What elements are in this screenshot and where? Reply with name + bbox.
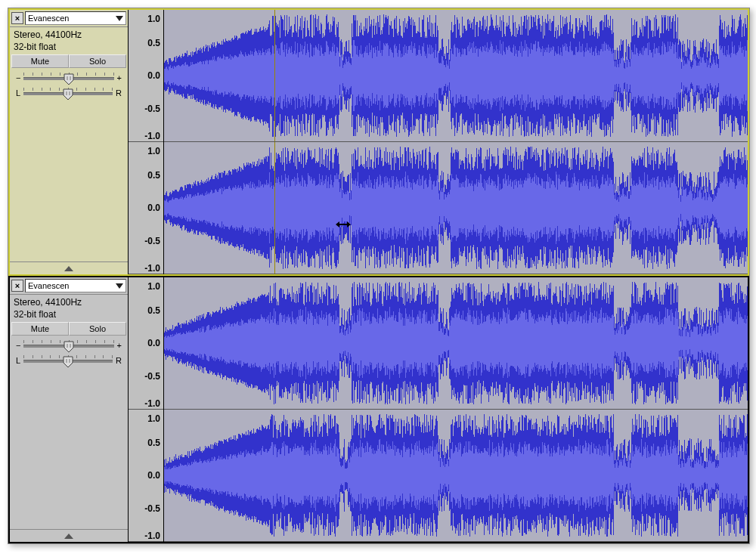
track-row: × Evanescen Stereo, 44100Hz 32-bit float… xyxy=(8,276,749,543)
mute-button[interactable]: Mute xyxy=(11,322,69,336)
waveform-channel[interactable] xyxy=(164,277,748,410)
ruler-label: 0.5 xyxy=(147,305,160,316)
ruler-label: 1.0 xyxy=(147,14,160,24)
track-header: × Evanescen xyxy=(10,277,128,295)
track-name-label: Evanescen xyxy=(28,14,69,23)
ruler-label: 0.0 xyxy=(147,470,160,481)
track-bitdepth-label: 32-bit float xyxy=(14,41,124,53)
ruler-channel: 1.00.50.0-0.5-1.0 xyxy=(129,142,163,274)
playback-cursor xyxy=(274,142,275,274)
ruler-label: 1.0 xyxy=(147,146,160,156)
ruler-label: -0.5 xyxy=(144,104,160,114)
pan-right-label: R xyxy=(116,88,122,97)
waveform-channel[interactable] xyxy=(164,10,748,142)
track-row: × Evanescen Stereo, 44100Hz 32-bit float… xyxy=(8,8,749,276)
track-info: Stereo, 44100Hz 32-bit float xyxy=(10,295,128,322)
gain-plus-label: + xyxy=(117,341,122,350)
gain-slider[interactable] xyxy=(23,73,113,83)
pan-slider-thumb[interactable] xyxy=(63,88,73,101)
ruler-label: -0.5 xyxy=(144,236,160,246)
gain-slider-thumb[interactable] xyxy=(64,73,74,85)
gain-plus-label: + xyxy=(117,73,122,82)
playback-cursor xyxy=(274,10,275,141)
track-format-label: Stereo, 44100Hz xyxy=(14,296,124,308)
solo-button[interactable]: Solo xyxy=(69,54,126,68)
ruler-label: -1.0 xyxy=(144,531,160,541)
gain-minus-label: − xyxy=(16,341,20,350)
close-track-button[interactable]: × xyxy=(11,12,23,24)
gain-minus-label: − xyxy=(16,73,20,82)
waveform-area[interactable] xyxy=(164,10,748,274)
solo-button[interactable]: Solo xyxy=(69,322,126,336)
mute-solo-row: Mute Solo xyxy=(10,54,128,68)
gain-slider-thumb[interactable] xyxy=(64,341,74,353)
pan-left-label: L xyxy=(16,88,20,97)
pan-left-label: L xyxy=(16,356,20,365)
track-list: × Evanescen Stereo, 44100Hz 32-bit float… xyxy=(8,8,750,544)
collapse-track-button[interactable] xyxy=(10,529,128,542)
ruler-label: 0.0 xyxy=(147,203,160,213)
ruler-channel: 1.00.50.0-0.5-1.0 xyxy=(129,277,163,410)
pan-slider[interactable] xyxy=(23,355,113,366)
gain-slider-row: − + xyxy=(16,340,122,351)
gain-slider-row: − + xyxy=(16,73,122,83)
waveform-channel[interactable] xyxy=(164,410,748,542)
gain-slider[interactable] xyxy=(23,340,113,351)
track-name-label: Evanescen xyxy=(28,281,69,290)
ruler-label: 1.0 xyxy=(147,281,160,292)
pan-slider-row: L R xyxy=(16,355,122,366)
collapse-track-button[interactable] xyxy=(10,261,128,274)
ruler-label: 0.5 xyxy=(147,38,160,48)
ruler-label: 0.5 xyxy=(147,170,160,181)
ruler-label: -1.0 xyxy=(144,398,160,409)
ruler-label: -0.5 xyxy=(144,503,160,514)
sliders-block: − + L R xyxy=(10,68,128,107)
track-info: Stereo, 44100Hz 32-bit float xyxy=(10,27,128,54)
track-format-label: Stereo, 44100Hz xyxy=(14,29,124,41)
close-track-button[interactable]: × xyxy=(11,280,23,292)
track-name-dropdown[interactable]: Evanescen xyxy=(25,11,126,25)
pan-right-label: R xyxy=(116,356,122,365)
ruler-label: 0.0 xyxy=(147,338,160,348)
pan-slider-thumb[interactable] xyxy=(63,356,73,368)
track-control-panel: × Evanescen Stereo, 44100Hz 32-bit float… xyxy=(10,277,129,542)
ruler-label: -0.5 xyxy=(144,371,160,382)
sliders-block: − + L R xyxy=(10,336,128,375)
chevron-down-icon xyxy=(116,283,123,289)
track-name-dropdown[interactable]: Evanescen xyxy=(25,279,126,292)
waveform-area[interactable] xyxy=(164,277,748,542)
ruler-label: -1.0 xyxy=(144,131,160,141)
chevron-down-icon xyxy=(116,16,123,21)
mute-button[interactable]: Mute xyxy=(11,54,69,68)
track-bitdepth-label: 32-bit float xyxy=(14,308,124,320)
ruler-label: -1.0 xyxy=(144,263,160,274)
mute-solo-row: Mute Solo xyxy=(10,322,128,336)
track-header: × Evanescen xyxy=(10,10,128,27)
ruler-label: 0.5 xyxy=(147,438,160,448)
ruler-channel: 1.00.50.0-0.5-1.0 xyxy=(129,10,163,142)
ruler-label: 1.0 xyxy=(147,413,160,424)
track-control-panel: × Evanescen Stereo, 44100Hz 32-bit float… xyxy=(10,10,129,274)
ruler-label: 0.0 xyxy=(147,70,160,81)
amplitude-ruler: 1.00.50.0-0.5-1.01.00.50.0-0.5-1.0 xyxy=(129,10,164,274)
pan-slider[interactable] xyxy=(23,88,113,98)
amplitude-ruler: 1.00.50.0-0.5-1.01.00.50.0-0.5-1.0 xyxy=(129,277,164,542)
ruler-channel: 1.00.50.0-0.5-1.0 xyxy=(129,410,163,542)
pan-slider-row: L R xyxy=(16,88,122,98)
chevron-up-icon xyxy=(64,266,73,271)
waveform-channel[interactable] xyxy=(164,142,748,274)
chevron-up-icon xyxy=(64,534,73,539)
